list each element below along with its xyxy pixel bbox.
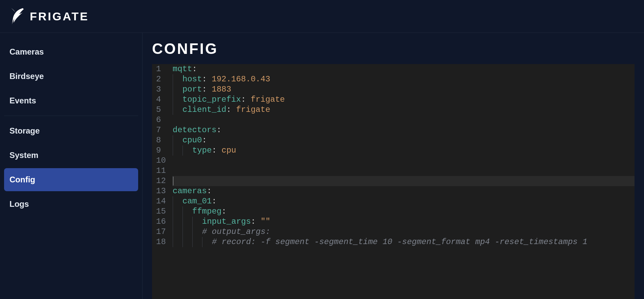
code-line[interactable]: mqtt:	[173, 64, 635, 74]
code-line[interactable]	[173, 166, 635, 176]
line-number: 3	[156, 84, 166, 95]
code-line[interactable]: cam_01:	[173, 196, 635, 206]
code-line[interactable]: detectors:	[173, 125, 635, 135]
code-line[interactable]	[173, 176, 635, 186]
code-line[interactable]: client_id: frigate	[173, 105, 635, 115]
line-number: 15	[156, 206, 166, 217]
sidebar-item-system[interactable]: System	[4, 144, 138, 167]
sidebar-item-logs[interactable]: Logs	[4, 193, 138, 216]
line-number: 14	[156, 196, 166, 206]
line-number: 10	[156, 156, 166, 166]
line-number: 17	[156, 227, 166, 237]
app-title: FRIGATE	[30, 10, 89, 23]
code-line[interactable]: type: cpu	[173, 145, 635, 156]
code-line[interactable]: port: 1883	[173, 84, 635, 95]
line-number: 11	[156, 166, 166, 176]
page-title: CONFIG	[152, 40, 635, 57]
code-line[interactable]	[173, 115, 635, 125]
code-line[interactable]: ffmpeg:	[173, 206, 635, 217]
line-number: 5	[156, 105, 166, 115]
app-header: FRIGATE	[0, 0, 644, 33]
code-line[interactable]: # output_args:	[173, 227, 635, 237]
line-number: 4	[156, 95, 166, 105]
line-number: 16	[156, 217, 166, 227]
code-line[interactable]: topic_prefix: frigate	[173, 95, 635, 105]
line-number: 6	[156, 115, 166, 125]
line-number: 13	[156, 186, 166, 196]
code-line[interactable]: host: 192.168.0.43	[173, 74, 635, 84]
code-line[interactable]: cameras:	[173, 186, 635, 196]
line-number: 8	[156, 135, 166, 145]
line-number: 7	[156, 125, 166, 135]
sidebar-item-storage[interactable]: Storage	[4, 119, 138, 142]
sidebar-item-cameras[interactable]: Cameras	[4, 40, 138, 63]
sidebar-item-events[interactable]: Events	[4, 89, 138, 112]
sidebar-item-birdseye[interactable]: Birdseye	[4, 65, 138, 88]
editor-gutter: 123456789101112131415161718	[152, 64, 173, 299]
config-editor[interactable]: 123456789101112131415161718 mqtt:host: 1…	[152, 64, 635, 299]
editor-code[interactable]: mqtt:host: 192.168.0.43port: 1883topic_p…	[173, 64, 635, 299]
line-number: 18	[156, 237, 166, 247]
code-line[interactable]: cpu0:	[173, 135, 635, 145]
sidebar: CamerasBirdseyeEventsStorageSystemConfig…	[0, 33, 143, 299]
main-content: CONFIG 123456789101112131415161718 mqtt:…	[143, 33, 644, 299]
sidebar-item-config[interactable]: Config	[4, 168, 138, 191]
line-number: 2	[156, 74, 166, 84]
code-line[interactable]: # record: -f segment -segment_time 10 -s…	[173, 237, 635, 247]
code-line[interactable]: input_args: ""	[173, 217, 635, 227]
line-number: 1	[156, 64, 166, 74]
code-line[interactable]	[173, 156, 635, 166]
line-number: 12	[156, 176, 166, 186]
frigate-logo-icon	[8, 6, 24, 26]
line-number: 9	[156, 145, 166, 156]
